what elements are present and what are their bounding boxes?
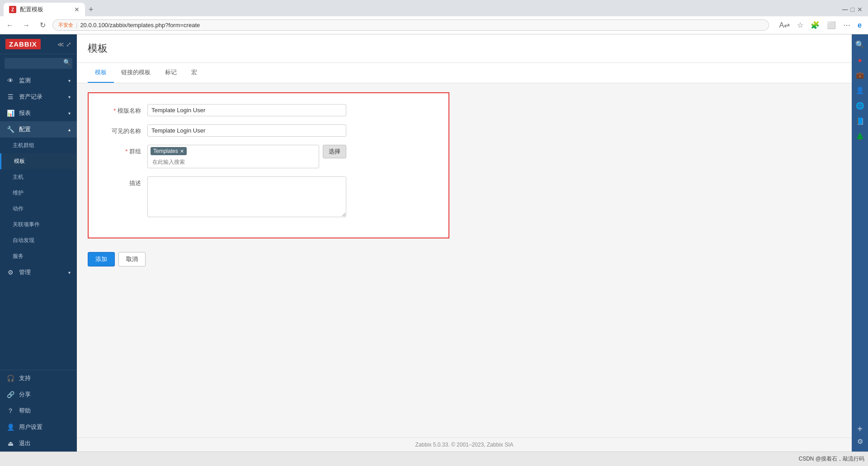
sidebar-item-help-label: 帮助 — [19, 407, 31, 415]
sidebar-item-reports[interactable]: 📊 报表 ▾ — [0, 105, 77, 121]
translate-icon[interactable]: A⇌ — [776, 19, 793, 31]
tab-macros[interactable]: 宏 — [184, 63, 204, 83]
sidebar-item-monitor[interactable]: 👁 监测 ▾ — [0, 72, 77, 89]
sidebar-item-hostgroups[interactable]: 主机群组 — [0, 138, 77, 153]
right-red-icon[interactable]: ● — [854, 53, 866, 66]
sidebar: ZABBIX ≪ ⤢ 🔍 👁 监测 ▾ ☰ 资产记录 ▾ 📊 报表 — [0, 34, 77, 452]
sidebar-item-share-label: 分享 — [19, 390, 31, 399]
sidebar-item-hosts[interactable]: 主机 — [0, 169, 77, 185]
url-box[interactable]: 不安全 | 20.0.0.100/zabbix/templates.php?fo… — [52, 19, 769, 31]
sidebar-item-admin-label: 管理 — [19, 268, 31, 276]
split-icon[interactable]: ⬜ — [824, 19, 839, 31]
search-icon: 🔍 — [63, 59, 71, 66]
sidebar-item-admin[interactable]: ⚙ 管理 ▾ — [0, 264, 77, 281]
tab-close-button[interactable]: ✕ — [74, 6, 80, 13]
cancel-button[interactable]: 取消 — [118, 252, 146, 266]
sidebar-item-share[interactable]: 🔗 分享 — [0, 386, 77, 403]
refresh-button[interactable]: ↻ — [36, 19, 49, 32]
group-tags-area[interactable]: Templates ✕ — [147, 145, 319, 168]
description-label: 描述 — [102, 176, 147, 187]
assets-arrow-icon: ▾ — [68, 95, 71, 100]
taskbar-right-text: CSDN @摸着石，敲流行码 — [798, 455, 864, 463]
right-plus-icon[interactable]: + — [854, 423, 866, 435]
minimize-button[interactable]: ─ — [842, 5, 848, 14]
taskbar: CSDN @摸着石，敲流行码 — [0, 452, 868, 466]
sidebar-item-support[interactable]: 🎧 支持 — [0, 370, 77, 386]
group-label: 群组 — [102, 145, 147, 156]
assets-icon: ☰ — [6, 93, 14, 100]
maximize-button[interactable]: □ — [851, 6, 854, 13]
sidebar-item-services[interactable]: 服务 — [0, 248, 77, 264]
right-briefcase-icon[interactable]: 💼 — [854, 69, 866, 81]
collapse-icon[interactable]: ≪ — [57, 41, 64, 48]
group-search-input[interactable] — [151, 158, 316, 166]
right-user-icon[interactable]: 👤 — [854, 84, 866, 97]
sidebar-item-discovery[interactable]: 自动发现 — [0, 233, 77, 248]
group-tag-chip: Templates ✕ — [151, 147, 187, 155]
sidebar-item-maintenance-label: 维护 — [13, 189, 24, 197]
sidebar-item-logout-label: 退出 — [19, 439, 31, 447]
sidebar-item-monitor-label: 监测 — [19, 76, 31, 85]
sidebar-item-templates-label: 模板 — [14, 157, 25, 165]
tab-tags[interactable]: 标记 — [158, 63, 184, 83]
favorites-icon[interactable]: ☆ — [794, 19, 806, 31]
select-group-button[interactable]: 选择 — [323, 145, 346, 158]
sidebar-item-user-settings[interactable]: 👤 用户设置 — [0, 419, 77, 435]
right-search-icon[interactable]: 🔍 — [854, 38, 866, 51]
form-row-visible-name: 可见的名称 — [102, 124, 435, 137]
zabbix-logo: ZABBIX — [5, 39, 41, 49]
right-settings-icon[interactable]: ⚙ — [854, 435, 866, 448]
sidebar-item-assets-label: 资产记录 — [19, 93, 42, 101]
tab-template[interactable]: 模板 — [88, 63, 114, 83]
browser-tab[interactable]: Z 配置模板 ✕ — [4, 3, 85, 16]
sidebar-item-templates[interactable]: 模板 — [0, 153, 77, 169]
address-bar: ← → ↻ 不安全 | 20.0.0.100/zabbix/templates.… — [0, 16, 868, 34]
user-settings-icon: 👤 — [6, 423, 14, 431]
right-panel-bottom: + ⚙ — [854, 423, 866, 448]
group-tag-close-button[interactable]: ✕ — [180, 148, 184, 154]
expand-icon[interactable]: ⤢ — [66, 41, 71, 48]
new-tab-button[interactable]: + — [85, 5, 97, 14]
form-row-description: 描述 — [102, 176, 435, 219]
sidebar-item-actions[interactable]: 动作 — [0, 201, 77, 217]
footer-text: Zabbix 5.0.33. © 2001–2023, Zabbix SIA — [415, 442, 514, 448]
sidebar-nav: 👁 监测 ▾ ☰ 资产记录 ▾ 📊 报表 ▾ 🔧 配置 ▴ 主机群组 — [0, 72, 77, 370]
tabs-bar: 模板 链接的模板 标记 宏 — [77, 63, 852, 83]
template-name-control — [147, 104, 435, 116]
search-input[interactable] — [5, 58, 72, 69]
tab-linked[interactable]: 链接的模板 — [114, 63, 158, 83]
template-name-label: 模版名称 — [102, 104, 147, 115]
support-icon: 🎧 — [6, 375, 14, 382]
sidebar-item-correlations[interactable]: 关联项事件 — [0, 217, 77, 233]
monitor-icon: 👁 — [6, 77, 14, 84]
reports-icon: 📊 — [6, 109, 14, 117]
security-warning: 不安全 — [58, 22, 73, 29]
config-arrow-icon: ▴ — [68, 127, 71, 132]
page-title: 模板 — [88, 42, 841, 55]
visible-name-input[interactable] — [147, 124, 346, 137]
right-book-icon[interactable]: 📘 — [854, 115, 866, 128]
sidebar-item-maintenance[interactable]: 维护 — [0, 185, 77, 201]
forward-button[interactable]: → — [20, 19, 33, 32]
sidebar-item-user-settings-label: 用户设置 — [19, 423, 42, 431]
right-globe-icon[interactable]: 🌐 — [854, 100, 866, 112]
main-content: 模板 模板 链接的模板 标记 宏 模版名称 可见的名称 — [77, 34, 852, 452]
config-icon: 🔧 — [6, 126, 14, 133]
more-icon[interactable]: ⋯ — [840, 19, 853, 31]
extensions-icon[interactable]: 🧩 — [808, 19, 822, 31]
sidebar-item-help[interactable]: ? 帮助 — [0, 403, 77, 419]
sidebar-item-assets[interactable]: ☰ 资产记录 ▾ — [0, 89, 77, 105]
right-tree-icon[interactable]: 🌲 — [854, 130, 866, 143]
add-button[interactable]: 添加 — [88, 252, 115, 266]
template-name-input[interactable] — [147, 104, 346, 116]
sidebar-item-logout[interactable]: ⏏ 退出 — [0, 435, 77, 452]
close-window-button[interactable]: ✕ — [857, 6, 863, 13]
right-panel: 🔍 ● 💼 👤 🌐 📘 🌲 + ⚙ — [852, 34, 868, 452]
url-separator: | — [76, 22, 77, 29]
back-button[interactable]: ← — [4, 19, 16, 32]
sidebar-item-config[interactable]: 🔧 配置 ▴ — [0, 121, 77, 138]
group-input-row: Templates ✕ 选择 — [147, 145, 346, 168]
sidebar-item-discovery-label: 自动发现 — [13, 237, 34, 244]
description-control — [147, 176, 435, 219]
description-input[interactable] — [147, 176, 346, 217]
